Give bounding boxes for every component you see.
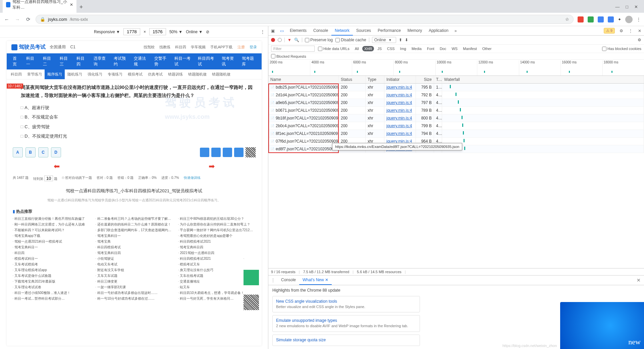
top-link[interactable]: 手机APP下载 [210,45,232,50]
drawer-tab[interactable]: Console [278,276,299,285]
back-button[interactable]: ← [3,16,10,22]
submenu-item[interactable]: 错题随机做 [209,69,233,79]
hot-link[interactable]: 小轮驾驶证 [95,256,173,261]
disable-cache-checkbox[interactable]: Disable cache [335,38,366,42]
drawer-close-icon[interactable]: ✕ [633,278,644,283]
rotate-icon[interactable]: ⊘ [206,30,209,34]
chrome-menu-icon[interactable]: ⋮ [637,17,641,22]
devtools-tab-performance[interactable]: Performance [374,26,404,36]
share-icon-4[interactable] [234,148,244,157]
prev-question-button[interactable]: ⬅ [54,162,60,171]
filter-all[interactable]: All [353,46,361,51]
share-icon-1[interactable] [200,148,209,157]
hot-link[interactable]: 科目三继变更 [95,279,173,284]
answer-option[interactable]: B、不按规定会车 [21,112,256,122]
col-status[interactable]: Status [339,76,366,83]
extension-icon-1[interactable] [578,16,584,22]
network-request-row[interactable]: bdb25.json?CALL=?20210205090935.json200x… [268,84,644,91]
hot-link[interactable]: 科二准备考科三吗？上考场的这些细节才要了解清… [95,216,173,221]
network-request-row[interactable]: b0671.json?CALL=?20210205090935.json200x… [268,107,644,114]
devtools-tab-network[interactable]: Network [331,26,353,36]
hot-link[interactable]: 科一号10分号好成功考试多都在过…… [95,296,173,301]
hot-link[interactable]: 驾考宝典 [95,239,173,244]
col-waterfall[interactable]: Waterfall [442,76,644,83]
filter-img[interactable]: Img [398,46,408,51]
filter-font[interactable]: Font [425,46,436,51]
search-icon[interactable]: 🔍 [294,38,299,42]
top-link[interactable]: 找驾校 [144,45,155,50]
translate-icon[interactable] [608,16,614,22]
login-link[interactable]: 登录 [250,45,257,50]
auto-next-checkbox[interactable]: □ 答对自动跳下一题 [62,176,92,181]
hot-link[interactable]: 科目四模拟考试2021 [178,239,256,244]
share-icon-3[interactable] [223,148,232,157]
hot-link[interactable]: 科目一号好成功考试多都会出现这时…… [95,291,173,295]
hot-link[interactable]: 不能被科四？可以来刷刷考试吗？ [13,228,90,233]
profile-icon[interactable] [625,16,633,23]
answer-button-c[interactable]: C [38,147,48,157]
submenu-item[interactable]: 错题随机做 [185,69,209,79]
devtools-tab-console[interactable]: Console [310,26,331,36]
browser-tab[interactable]: 驾校一点通科目四顺序练习_小车科… ✕ [3,0,76,13]
menu-item[interactable]: 交警手势 [151,53,171,69]
hot-link[interactable]: 又车理论模拟考试app [13,268,90,272]
answer-button-b[interactable]: B [25,147,36,157]
menu-item[interactable]: 科目三 [56,53,73,69]
hot-link[interactable]: 还在逃避的你的练科目二为什么难？原因都在这！ [95,222,173,227]
hot-link[interactable]: 多部门联合查违规约网约车，17天查处违规网约车… [95,228,173,233]
hot-link[interactable]: 科目四模拟考试 [95,245,173,250]
next-question-button[interactable]: ➡ [209,162,215,171]
download-har-icon[interactable]: ⬇ [405,38,408,42]
device-toggle-icon[interactable]: ▭ [277,29,286,33]
record-button[interactable] [271,38,275,42]
menu-item[interactable]: 科目四考试 [195,53,218,69]
menu-item[interactable]: 科目一 [23,53,40,69]
submenu-item[interactable]: 章节练习 [24,69,45,79]
whats-new-card[interactable]: Simulate storage quota size [272,335,420,346]
address-bar[interactable]: 🔒 jsyks.com/kms-sxlx ☆ [36,15,574,24]
network-request-row[interactable]: 8f1ec.json?CALL=?20210205090935.json200x… [268,130,644,138]
menu-item[interactable]: 交通法规 [130,53,151,69]
site-logo[interactable]: 驾驶员考试 [11,44,46,51]
hot-link[interactable]: 又车考试是做什么试验题 [13,273,90,278]
submenu-item[interactable]: 顺序练习 [45,69,65,79]
filter-xhr[interactable]: XHR [362,46,374,51]
window-minimize-icon[interactable]: — [615,4,620,9]
top-link[interactable]: 找教练 [159,45,170,50]
menu-item[interactable]: 首页 [9,53,23,69]
answer-button-a[interactable]: A [13,147,23,157]
window-close-icon[interactable]: ✕ [634,4,638,9]
filter-input[interactable]: Filter [271,46,315,52]
hot-link[interactable]: 平台获网一致好评？网约车司机5公里达出7212元… [178,228,256,233]
filter-other[interactable]: Other [480,46,494,51]
filter-manifest[interactable]: Manifest [461,46,479,51]
hot-link[interactable]: 又车又车试题 [95,273,173,278]
hot-link[interactable]: 科目一考试…暂停科目考试部分… [13,296,90,301]
hot-link[interactable]: 科目四 [13,251,90,255]
register-link[interactable]: 注册 [237,45,245,50]
col-initiator[interactable]: Initiator [384,76,416,83]
menu-item[interactable]: 驾考题库 [238,53,259,69]
network-request-row[interactable]: 9b18f.json?CALL=?20210205090935.json200x… [268,114,644,122]
hot-link[interactable]: 科目三中80%很容易犯的五错出现30公分？ [178,216,256,221]
filter-toggle-icon[interactable]: ▼ [287,38,291,42]
network-settings-icon[interactable]: ⚙ [638,38,641,42]
new-tab-button[interactable]: + [76,4,86,13]
answer-option[interactable]: A、超速行驶 [21,103,256,113]
goto-question-input[interactable] [44,176,53,181]
close-tab-icon[interactable]: ✕ [70,2,73,7]
answer-option[interactable]: D、不按规定使用灯光 [21,132,256,141]
filter-js[interactable]: JS [375,46,384,51]
upload-har-icon[interactable]: ⬆ [399,38,402,42]
hot-link[interactable]: 电动又车考试 [95,262,173,267]
hot-link[interactable]: 又车考试模拟考 [13,262,90,267]
devtools-tab-elements[interactable]: Elements [286,26,310,36]
viewport-width-input[interactable] [123,28,140,35]
star-icon[interactable]: ☆ [565,17,569,22]
device-select[interactable]: Responsive ▼ [3,30,120,34]
hide-data-urls-checkbox[interactable]: Hide data URLs [318,47,350,51]
inspect-icon[interactable]: ▣ [268,29,277,33]
throttle-select[interactable]: Online ▼ [186,30,203,34]
filter-media[interactable]: Media [410,46,424,51]
filter-css[interactable]: CSS [385,46,397,51]
